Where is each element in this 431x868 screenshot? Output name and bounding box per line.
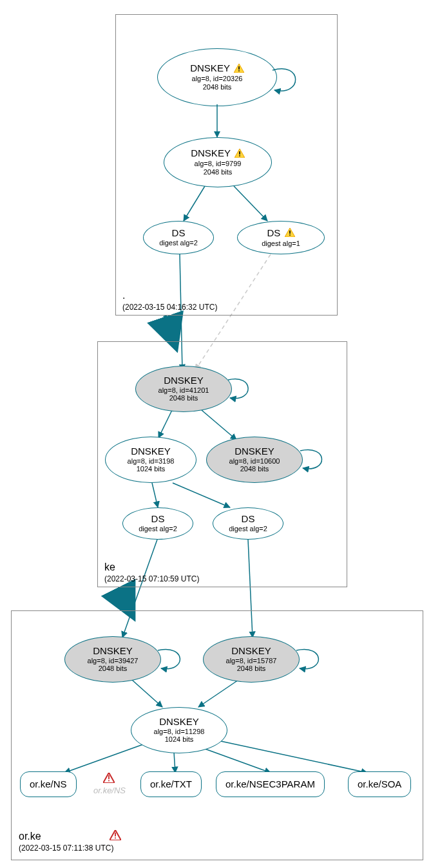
svg-rect-7	[115, 838, 116, 839]
node-ke-ds-b: DS digest alg=2	[213, 507, 283, 540]
svg-rect-5	[289, 234, 291, 236]
node-root-ds2-title: DS	[172, 228, 186, 239]
node-ke-extra-title: DNSKEY	[235, 446, 274, 457]
rrset-soa-label: or.ke/SOA	[358, 779, 401, 790]
node-root-ksk-title: DNSKEY	[190, 63, 244, 75]
node-root-ds1-title: DS	[267, 228, 294, 240]
node-ke-ds-a-alg: digest alg=2	[139, 525, 177, 533]
zone-ke-label: ke	[104, 561, 115, 573]
node-root-ds1-alg: digest alg=1	[262, 240, 300, 248]
node-ke-ksk-title: DNSKEY	[164, 375, 204, 386]
svg-rect-4	[289, 231, 291, 234]
svg-rect-0	[238, 66, 240, 70]
node-root-ds1: DS digest alg=1	[237, 221, 325, 254]
node-orke-ksk-a-alg: alg=8, id=39427	[88, 657, 139, 665]
rrset-n3p-label: or.ke/NSEC3PARAM	[225, 779, 315, 790]
node-ke-ds-a-title: DS	[151, 514, 165, 525]
rrset-ns-label: or.ke/NS	[30, 779, 67, 790]
node-ke-ksk: DNSKEY alg=8, id=41201 2048 bits	[135, 366, 232, 412]
svg-rect-6	[115, 833, 116, 836]
warning-icon	[234, 64, 244, 75]
node-orke-ksk-a-bits: 2048 bits	[99, 665, 128, 673]
node-root-zsk-alg: alg=8, id=9799	[195, 160, 242, 168]
rrset-soa: or.ke/SOA	[348, 771, 411, 797]
rrset-txt: or.ke/TXT	[140, 771, 202, 797]
svg-rect-2	[239, 151, 240, 155]
node-root-ds2: DS digest alg=2	[143, 221, 214, 254]
rrset-ns-ghost: or.ke/NS	[84, 786, 135, 795]
node-ke-zsk-alg: alg=8, id=3198	[128, 457, 175, 466]
node-ke-zsk-bits: 1024 bits	[137, 465, 166, 473]
error-icon	[103, 773, 115, 786]
svg-rect-8	[108, 775, 110, 779]
zone-ke-ts: (2022-03-15 07:10:59 UTC)	[104, 574, 199, 583]
node-root-zsk: DNSKEY alg=8, id=9799 2048 bits	[164, 137, 272, 187]
node-root-ds2-alg: digest alg=2	[159, 239, 198, 247]
node-ke-ds-b-title: DS	[242, 514, 255, 525]
node-orke-ksk-b-alg: alg=8, id=15787	[226, 657, 277, 665]
node-ke-extra-alg: alg=8, id=10600	[229, 457, 280, 466]
node-orke-ksk-a-title: DNSKEY	[93, 646, 133, 657]
node-root-zsk-bits: 2048 bits	[204, 168, 233, 176]
node-orke-ksk-b-title: DNSKEY	[231, 646, 271, 657]
zone-orke-ts: (2022-03-15 07:11:38 UTC)	[19, 844, 113, 853]
node-root-zsk-title: DNSKEY	[191, 148, 245, 160]
node-orke-zsk: DNSKEY alg=8, id=11298 1024 bits	[131, 707, 227, 753]
node-orke-zsk-title: DNSKEY	[159, 717, 199, 728]
node-root-ksk-alg: alg=8, id=20326	[190, 75, 244, 83]
node-orke-ksk-b: DNSKEY alg=8, id=15787 2048 bits	[203, 636, 300, 683]
node-ke-ds-a: DS digest alg=2	[122, 507, 193, 540]
node-ke-extra-bits: 2048 bits	[240, 465, 269, 473]
rrset-ns: or.ke/NS	[20, 771, 77, 797]
rrset-nsec3param: or.ke/NSEC3PARAM	[216, 771, 325, 797]
rrset-txt-label: or.ke/TXT	[150, 779, 192, 790]
node-orke-ksk-b-bits: 2048 bits	[237, 665, 266, 673]
node-orke-zsk-bits: 1024 bits	[165, 735, 194, 744]
error-icon	[110, 830, 121, 843]
node-orke-ksk-a: DNSKEY alg=8, id=39427 2048 bits	[64, 636, 161, 683]
node-ke-ds-b-alg: digest alg=2	[229, 525, 267, 533]
svg-rect-9	[108, 780, 110, 782]
node-orke-zsk-alg: alg=8, id=11298	[154, 728, 205, 736]
node-ke-ksk-bits: 2048 bits	[169, 394, 198, 402]
zone-root-ts: (2022-03-15 04:16:32 UTC)	[122, 303, 217, 312]
node-ke-ksk-alg: alg=8, id=41201	[158, 386, 209, 395]
node-ke-extra: DNSKEY alg=8, id=10600 2048 bits	[206, 437, 303, 483]
warning-icon	[235, 149, 245, 160]
warning-icon	[285, 228, 295, 240]
node-ke-zsk-title: DNSKEY	[131, 446, 171, 457]
svg-rect-1	[238, 70, 240, 71]
node-root-ksk-bits: 2048 bits	[190, 83, 244, 91]
svg-rect-3	[239, 155, 240, 156]
zone-orke-label: or.ke	[19, 831, 41, 842]
node-root-ksk: DNSKEY alg=8, id=20326 2048 bits	[157, 48, 277, 106]
node-ke-zsk: DNSKEY alg=8, id=3198 1024 bits	[105, 437, 196, 483]
zone-root-label: .	[122, 290, 125, 301]
